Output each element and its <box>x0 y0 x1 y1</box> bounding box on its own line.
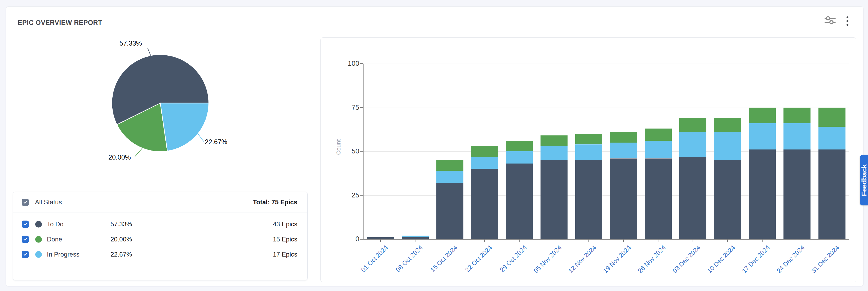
check-icon <box>23 222 28 226</box>
y-axis-tick <box>360 195 363 196</box>
bar-chart-card: Count 025507510001 Oct 202408 Oct 202415… <box>320 37 856 282</box>
to-do-checkbox[interactable] <box>22 221 29 228</box>
bar-segment-in-progress[interactable] <box>402 236 429 237</box>
feedback-button[interactable]: Feedback <box>860 155 868 205</box>
x-axis-label[interactable]: 17 Dec 2024 <box>741 244 771 274</box>
bar-segment-done[interactable] <box>610 132 637 143</box>
x-axis-label[interactable]: 29 Oct 2024 <box>498 244 528 273</box>
x-axis-label[interactable]: 15 Oct 2024 <box>429 244 459 273</box>
legend-row-in-progress[interactable]: In Progress 22.67% 17 Epics <box>13 247 307 262</box>
bar-segment-in-progress[interactable] <box>436 171 463 183</box>
all-status-checkbox[interactable] <box>22 199 29 206</box>
bar-segment-done[interactable] <box>645 128 672 141</box>
bar-segment-done[interactable] <box>783 108 810 123</box>
legend-row-to-do[interactable]: To Do 57.33% 43 Epics <box>13 216 307 232</box>
bar-segment-in-progress[interactable] <box>575 144 602 161</box>
status-label: In Progress <box>47 251 80 258</box>
x-axis-tick <box>450 240 450 242</box>
y-axis <box>363 64 364 239</box>
x-axis-label[interactable]: 12 Nov 2024 <box>567 244 598 274</box>
pie-label-to-do: 57.33% <box>120 39 142 47</box>
kebab-menu-icon[interactable] <box>843 15 851 27</box>
x-axis-label[interactable]: 19 Nov 2024 <box>602 244 632 274</box>
bar-segment-in-progress[interactable] <box>471 157 498 169</box>
legend-row-done[interactable]: Done 20.00% 15 Epics <box>13 232 307 247</box>
bar-segment-in-progress[interactable] <box>540 146 567 160</box>
done-checkbox[interactable] <box>22 236 29 243</box>
bar-segment-to-do[interactable] <box>540 160 567 239</box>
bar-segment-in-progress[interactable] <box>749 123 776 149</box>
bar-segment-done[interactable] <box>818 108 845 127</box>
y-tick-label: 25 <box>341 191 359 199</box>
in-progress-color-dot <box>35 251 42 258</box>
bar-segment-to-do[interactable] <box>714 160 741 239</box>
status-percent: 57.33% <box>111 221 132 228</box>
x-axis-label[interactable]: 08 Oct 2024 <box>394 244 424 273</box>
x-axis-tick <box>623 240 624 242</box>
status-count: 15 Epics <box>273 236 297 243</box>
pie-label-done: 20.00% <box>108 153 131 161</box>
bar-segment-to-do[interactable] <box>749 149 776 239</box>
x-axis-tick <box>415 240 415 242</box>
bar-segment-to-do[interactable] <box>818 149 845 239</box>
bar-segment-to-do[interactable] <box>506 164 533 239</box>
bar-segment-done[interactable] <box>749 108 776 123</box>
y-axis-tick <box>360 63 363 64</box>
check-icon <box>23 237 28 241</box>
bar-segment-done[interactable] <box>506 141 533 151</box>
bar-segment-done[interactable] <box>471 146 498 157</box>
in-progress-checkbox[interactable] <box>22 251 29 258</box>
bar-segment-to-do[interactable] <box>367 237 394 239</box>
pie-slice-in-progress[interactable] <box>160 103 209 151</box>
x-axis-label[interactable]: 22 Oct 2024 <box>464 244 493 273</box>
bar-segment-to-do[interactable] <box>645 158 672 239</box>
status-label: Done <box>47 236 62 243</box>
x-axis-tick <box>554 240 554 242</box>
feedback-label: Feedback <box>860 164 868 196</box>
x-axis-tick <box>484 240 485 242</box>
bar-segment-done[interactable] <box>679 118 706 132</box>
done-color-dot <box>35 236 42 242</box>
x-axis-label[interactable]: 24 Dec 2024 <box>775 244 806 274</box>
x-axis-label[interactable]: 01 Oct 2024 <box>360 244 389 273</box>
bar-segment-to-do[interactable] <box>679 157 706 239</box>
bar-segment-to-do[interactable] <box>610 158 637 239</box>
status-percent: 20.00% <box>111 236 132 243</box>
bar-segment-in-progress[interactable] <box>610 143 637 158</box>
filter-sliders-icon[interactable] <box>824 14 836 26</box>
bar-segment-in-progress[interactable] <box>714 132 741 160</box>
x-axis-tick <box>519 240 520 242</box>
pie-chart-area: 57.33% 22.67% 20.00% <box>101 32 249 173</box>
y-tick-label: 50 <box>341 147 359 155</box>
pie-chart <box>101 32 249 173</box>
bar-segment-done[interactable] <box>714 118 741 132</box>
bar-segment-to-do[interactable] <box>402 237 429 239</box>
bar-segment-in-progress[interactable] <box>679 132 706 157</box>
x-axis-label[interactable]: 31 Dec 2024 <box>810 244 841 274</box>
gridline <box>364 151 849 152</box>
page-title: EPIC OVERVIEW REPORT <box>18 19 102 27</box>
x-axis-tick <box>692 240 693 242</box>
check-icon <box>23 200 28 205</box>
y-tick-label: 100 <box>341 59 359 67</box>
all-status-label: All Status <box>35 199 62 206</box>
bar-segment-to-do[interactable] <box>436 183 463 239</box>
bar-segment-in-progress[interactable] <box>818 127 845 149</box>
x-axis-label[interactable]: 10 Dec 2024 <box>706 244 737 274</box>
bar-segment-done[interactable] <box>540 136 567 146</box>
x-axis-label[interactable]: 05 Nov 2024 <box>532 244 563 274</box>
bar-segment-done[interactable] <box>575 134 602 144</box>
bar-segment-to-do[interactable] <box>471 169 498 239</box>
status-count: 43 Epics <box>273 221 297 228</box>
bar-segment-in-progress[interactable] <box>506 151 533 164</box>
x-axis-label[interactable]: 03 Dec 2024 <box>671 244 702 274</box>
status-percent: 22.67% <box>111 251 132 258</box>
bar-segment-to-do[interactable] <box>783 149 810 239</box>
x-axis-label[interactable]: 26 Nov 2024 <box>637 244 667 274</box>
bar-segment-in-progress[interactable] <box>645 141 672 158</box>
total-epics-label: Total: 75 Epics <box>253 199 297 206</box>
y-axis-tick <box>360 151 363 152</box>
bar-segment-in-progress[interactable] <box>783 123 810 149</box>
bar-segment-to-do[interactable] <box>575 160 602 239</box>
bar-segment-done[interactable] <box>436 160 463 171</box>
